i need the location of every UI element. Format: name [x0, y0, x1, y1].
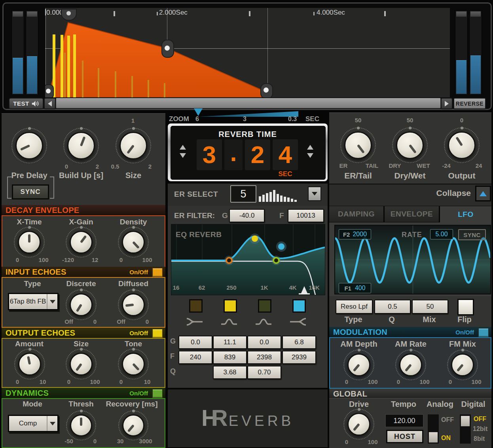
test-button[interactable]: TEST [9, 98, 44, 109]
eq-band2-dot[interactable] [252, 235, 258, 242]
output-knob[interactable] [448, 131, 476, 159]
lfo-type-field[interactable]: Reso Lpf [336, 300, 373, 314]
scroll-right-button[interactable] [441, 98, 453, 109]
zoom-slider-track[interactable] [198, 111, 298, 117]
x-gain-knob[interactable] [70, 231, 93, 254]
eq-freq-16: 16 [167, 284, 185, 291]
oe-size-max: 100 [86, 378, 104, 385]
analog-toggle-track[interactable] [427, 414, 439, 444]
er-select-dropdown-button[interactable] [308, 186, 321, 201]
input-type-dropdown[interactable]: 6Tap 8th FB [8, 293, 59, 310]
er-filter-gain-field[interactable]: -40.0 [229, 209, 265, 222]
er-filter-freq-field[interactable]: 10013 [288, 209, 324, 222]
envelope-start-handle[interactable] [45, 84, 54, 97]
timeline-tick [384, 11, 386, 16]
reverb-time-digit[interactable]: 2 [245, 139, 270, 170]
am-depth-knob[interactable] [347, 353, 370, 376]
density-min: 0 [112, 256, 130, 263]
oe-size-knob[interactable] [70, 353, 93, 376]
er-tail-knob[interactable] [344, 131, 372, 159]
digital-toggle-track[interactable] [459, 414, 471, 444]
am-rate-max: 100 [416, 378, 433, 385]
band3-freq-field[interactable]: 2398 [247, 351, 281, 364]
lfo-rate-field[interactable]: 5.00 [430, 229, 453, 239]
size-knob[interactable] [119, 132, 147, 159]
lfo-q-field[interactable]: 0.5 [374, 300, 411, 314]
fm-mix-knob[interactable] [451, 353, 474, 376]
reverb-time-stepper-left[interactable] [180, 145, 186, 158]
reverb-time-digit[interactable]: 4 [273, 139, 298, 170]
analog-toggle-handle[interactable] [429, 432, 438, 443]
dynamics-toggle[interactable] [152, 389, 163, 399]
lfo-flip-button[interactable] [457, 299, 474, 315]
tab-damping[interactable]: DAMPING [329, 206, 383, 222]
reverb-time-stepper-right[interactable] [307, 145, 313, 158]
amount-label: Amount [2, 340, 57, 348]
output-label: Output [434, 171, 489, 180]
timeline-tick [45, 9, 46, 15]
modulation-toggle[interactable] [478, 328, 489, 338]
input-echoes-toggle[interactable] [152, 268, 163, 277]
dry-wet-max: WET [415, 162, 432, 169]
drive-knob[interactable] [347, 413, 370, 436]
tab-lfo[interactable]: LFO [440, 206, 491, 222]
zoom-slider-handle[interactable] [194, 108, 203, 116]
dry-wet-knob[interactable] [396, 131, 424, 159]
eq-band3-button[interactable] [258, 299, 271, 313]
collapse-button[interactable] [475, 186, 491, 201]
er-select-value[interactable]: 5 [230, 185, 256, 203]
build-up-knob[interactable] [67, 132, 95, 159]
timeline-scrollbar[interactable] [56, 98, 441, 108]
tab-envelope[interactable]: ENVELOPE [385, 206, 439, 222]
envelope-end-handle[interactable] [260, 83, 273, 97]
density-knob[interactable] [122, 231, 145, 254]
eq-band4-dot[interactable] [278, 243, 284, 250]
lfo-f2-field[interactable]: F2 2000 [339, 229, 371, 239]
output-echoes-toggle[interactable] [152, 328, 163, 338]
x-time-knob[interactable] [18, 231, 41, 254]
lfo-mix-field[interactable]: 50 [412, 300, 448, 314]
envelope-display: 0.000Sec 2.000Sec 4.000Sec [45, 8, 450, 97]
pre-delay-knob[interactable] [15, 132, 43, 159]
eq-band3-dot[interactable] [273, 258, 279, 263]
eq-band2-button[interactable] [224, 299, 237, 313]
discrete-knob[interactable] [70, 293, 93, 316]
lfo-f1-field[interactable]: F1 400 [339, 283, 371, 293]
band1-freq-field[interactable]: 240 [178, 351, 212, 364]
output-echoes-header: OUTPUT ECHOES On/Off [2, 328, 165, 338]
band4-gain-field[interactable]: 6.8 [282, 336, 316, 349]
scroll-left-button[interactable] [44, 98, 56, 109]
low-shelf-icon [186, 317, 203, 327]
timeline-tick [313, 12, 315, 15]
digital-toggle-handle[interactable] [461, 416, 470, 427]
band3-gain-field[interactable]: 0.0 [247, 336, 281, 349]
amount-knob[interactable] [18, 353, 41, 376]
band2-q-field[interactable]: 3.68 [213, 366, 247, 379]
eq-band4-button[interactable] [292, 299, 306, 313]
reverse-button[interactable]: REVERSE [453, 98, 486, 109]
thresh-knob[interactable] [70, 414, 92, 437]
hreverb-plugin-window: 0.000Sec 2.000Sec 4.000Sec TEST [0, 0, 493, 448]
dynamics-mode-dropdown[interactable]: Comp [8, 415, 59, 432]
lfo-sync-button[interactable]: SYNC [458, 229, 486, 240]
band4-freq-field[interactable]: 2939 [282, 351, 316, 364]
tempo-display[interactable]: 120.00 [385, 414, 424, 427]
diffused-knob[interactable] [122, 293, 145, 316]
eq-band1-dot[interactable] [226, 258, 232, 263]
band2-freq-field[interactable]: 839 [213, 351, 247, 364]
reverb-time-digit[interactable]: 3 [197, 139, 222, 170]
band2-gain-field[interactable]: 11.1 [213, 336, 247, 349]
er-filter-f-label: F [279, 211, 284, 220]
am-rate-knob[interactable] [399, 353, 422, 376]
tone-knob[interactable] [122, 353, 145, 376]
input-type-label: Type [5, 279, 60, 288]
predelay-sync-button[interactable]: SYNC [12, 184, 49, 199]
band1-gain-field[interactable]: 0.0 [178, 336, 212, 349]
envelope-mid-handle[interactable] [161, 40, 174, 58]
recovery-knob[interactable] [122, 414, 144, 437]
eq-freq-250: 250 [223, 284, 240, 291]
eq-band1-button[interactable] [189, 299, 203, 313]
tempo-host-button[interactable]: HOST [386, 430, 423, 443]
band3-q-field[interactable]: 0.70 [247, 366, 281, 379]
timeline-tick [249, 11, 250, 16]
